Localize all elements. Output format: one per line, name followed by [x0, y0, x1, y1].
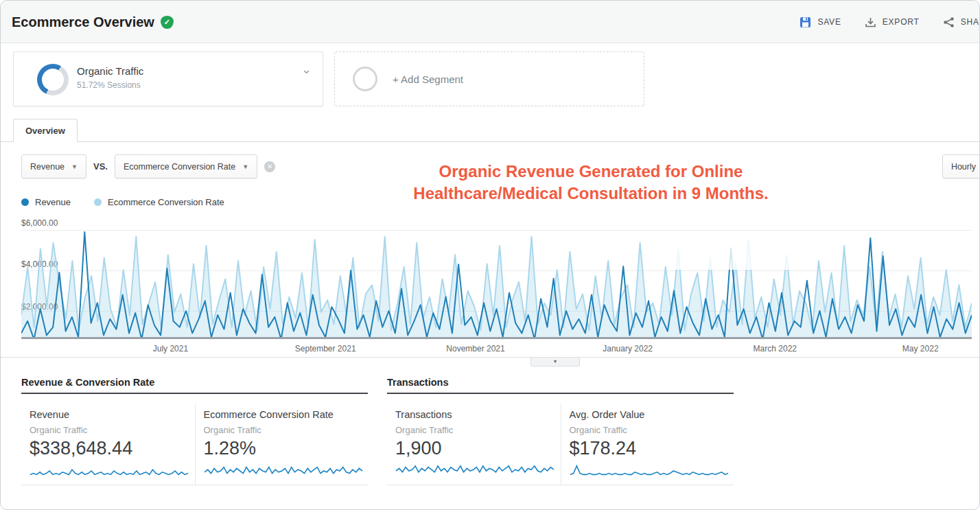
revenue-sparkline [30, 464, 189, 478]
section-title: Revenue & Conversion Rate [21, 377, 368, 394]
transactions-value: 1,900 [395, 438, 551, 459]
section-transactions: Transactions Transactions Organic Traffi… [387, 377, 734, 485]
x-axis-label: July 2021 [153, 344, 188, 353]
x-axis-label: November 2021 [446, 344, 504, 353]
scorecard-conversion-rate[interactable]: Ecommerce Conversion Rate Organic Traffi… [195, 404, 369, 485]
aov-sparkline [570, 464, 729, 478]
revenue-value: $338,648.44 [30, 438, 185, 459]
x-axis-labels: July 2021September 2021November 2021Janu… [1, 344, 979, 355]
section-revenue-conversion: Revenue & Conversion Rate Revenue Organi… [21, 377, 368, 485]
x-axis-label: May 2022 [902, 344, 939, 353]
ecommerce-overview-page: Ecommerce Overview ✓ SAVE EXPORT [0, 0, 980, 510]
chart-bottom-divider [1, 357, 979, 358]
scorecard-avg-order-value[interactable]: Avg. Order Value Organic Traffic $178.24 [561, 404, 734, 485]
chart-plot-area[interactable] [21, 213, 972, 338]
collapse-chart-handle[interactable]: ▼ [530, 358, 580, 367]
scorecard-transactions[interactable]: Transactions Organic Traffic 1,900 [387, 404, 561, 485]
avg-order-value: $178.24 [570, 438, 725, 459]
scorecard-revenue[interactable]: Revenue Organic Traffic $338,648.44 [21, 404, 195, 485]
x-axis-label: March 2022 [754, 344, 797, 353]
x-axis-label: January 2022 [603, 344, 653, 353]
transactions-sparkline [395, 464, 555, 478]
section-title: Transactions [387, 377, 734, 394]
x-axis-label: September 2021 [295, 344, 356, 353]
x-axis-line [21, 337, 972, 339]
white-patch-overlay [670, 233, 802, 270]
conversion-sparkline [204, 464, 363, 478]
conversion-rate-value: 1.28% [204, 438, 359, 459]
